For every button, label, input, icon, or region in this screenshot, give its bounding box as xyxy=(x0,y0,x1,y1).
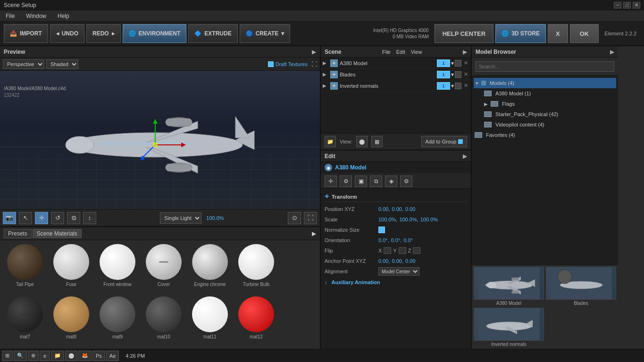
orient-z[interactable]: 0.0° xyxy=(404,237,413,243)
material-8[interactable]: mat8 xyxy=(50,296,92,345)
taskbar-ae[interactable]: Ae xyxy=(106,351,119,361)
scale-y[interactable]: 100.0%, xyxy=(399,217,418,222)
tree-dot-inverted[interactable] xyxy=(455,83,461,89)
extrude-button[interactable]: 🔷 EXTRUDE xyxy=(188,24,237,43)
browser-collapse[interactable]: ▶ xyxy=(610,49,614,55)
browser-item-a380[interactable]: A380 Model (1) xyxy=(474,88,616,99)
tree-close-blades[interactable]: ✕ xyxy=(462,71,469,77)
import-button[interactable]: 📥 IMPORT xyxy=(4,24,48,43)
scene-file-menu[interactable]: File xyxy=(382,49,391,55)
taskbar-cortana[interactable]: ⊕ xyxy=(28,351,39,361)
help-center-button[interactable]: HELP CENTER xyxy=(435,24,494,43)
tree-item-a380[interactable]: ▶ ✦ A380 Model 1 ▾ ✕ xyxy=(321,58,471,69)
move-button[interactable]: ✛ xyxy=(35,212,48,224)
browser-item-flags[interactable]: ▶ Flags xyxy=(474,99,616,109)
ok-button[interactable]: OK xyxy=(570,24,599,43)
3d-viewport[interactable]: /A380 Model/A380 Model.c4d 132422 xyxy=(0,71,320,209)
tree-item-inverted[interactable]: ▶ ✦ Inverted normals 1 ▾ ✕ xyxy=(321,80,471,92)
preview-collapse-button[interactable]: ▶ xyxy=(312,49,316,55)
anchor-y[interactable]: 0.00, xyxy=(392,258,403,264)
create-button[interactable]: 🔵 CREATE ▾ xyxy=(240,24,290,43)
taskbar-search[interactable]: 🔍 xyxy=(14,351,27,361)
select-button[interactable]: ↖ xyxy=(19,212,32,224)
menu-help[interactable]: Help xyxy=(56,12,71,20)
alignment-select[interactable]: Model Center xyxy=(378,267,419,276)
light-select[interactable]: Single Light xyxy=(160,212,201,224)
perspective-select[interactable]: Perspective xyxy=(3,59,44,69)
position-z[interactable]: 0.00 xyxy=(405,206,415,212)
tree-toggle-inverted[interactable]: 1 xyxy=(437,82,450,90)
menu-window[interactable]: Window xyxy=(24,12,48,20)
presets-collapse[interactable]: ▶ xyxy=(312,230,316,237)
store-button[interactable]: 🌐 3D STORE xyxy=(495,24,546,43)
tree-expand-btn-inverted[interactable]: ▾ xyxy=(451,83,454,89)
anchor-x[interactable]: 0.00, xyxy=(378,258,390,264)
undo-button[interactable]: ◂ UNDO xyxy=(50,24,84,43)
scale-x[interactable]: 100.0%, xyxy=(378,217,397,222)
taskbar-explorer[interactable]: 📁 xyxy=(51,351,64,361)
draft-checkbox[interactable] xyxy=(268,61,274,67)
scene-materials-tab[interactable]: Scene Materials xyxy=(33,229,82,238)
normalize-checkbox[interactable] xyxy=(378,227,385,233)
flip-x-checkbox[interactable] xyxy=(384,247,391,254)
taskbar-chrome[interactable]: ⬤ xyxy=(65,351,77,361)
sync-button[interactable]: ⊙ xyxy=(288,212,301,224)
tree-item-blades[interactable]: ▶ ✦ Blades 1 ▾ ✕ xyxy=(321,69,471,80)
shading-select[interactable]: Shaded xyxy=(46,59,78,69)
tree-toggle-blades[interactable]: 1 xyxy=(437,71,450,78)
edit-collapse[interactable]: ▶ xyxy=(463,153,467,160)
taskbar-ps[interactable]: Ps xyxy=(92,351,105,361)
scene-view-menu[interactable]: View xyxy=(411,49,422,55)
orient-y[interactable]: 0.0°, xyxy=(391,237,402,243)
tree-expand-inverted[interactable]: ▶ xyxy=(323,83,328,88)
taskbar-start[interactable]: ⊞ xyxy=(2,351,13,361)
add-group-button[interactable]: Add to Group xyxy=(421,136,467,147)
tree-dot-a380[interactable] xyxy=(455,60,461,67)
edit-group-tool[interactable]: ▣ xyxy=(355,176,367,187)
browser-item-models[interactable]: ▼ Models (4) xyxy=(474,78,616,88)
viewport-expand-button[interactable]: ⛶ xyxy=(311,61,317,67)
close-button[interactable]: ✕ xyxy=(633,2,640,8)
camera-button[interactable]: 📷 xyxy=(3,212,16,224)
environment-button[interactable]: 🌐 ENVIRONMENT xyxy=(123,24,187,43)
browser-expand-flags[interactable]: ▶ xyxy=(484,101,489,107)
material-tail-pipe[interactable]: Tail Pipe xyxy=(4,244,46,293)
maximize-button[interactable]: □ xyxy=(623,2,631,8)
position-x[interactable]: 0.00, xyxy=(378,206,390,212)
browser-item-favorites[interactable]: Favorites (4) xyxy=(474,130,616,140)
flip-y-checkbox[interactable] xyxy=(399,247,406,254)
material-engine-chrome[interactable]: Engine chrome xyxy=(189,244,231,293)
x-button[interactable]: X xyxy=(548,24,568,43)
presets-tab[interactable]: Presets xyxy=(4,229,32,238)
material-front-window[interactable]: Front window xyxy=(96,244,139,293)
tree-close-inverted[interactable]: ✕ xyxy=(462,83,469,89)
taskbar-ie[interactable]: e xyxy=(40,351,50,361)
material-9[interactable]: mat9 xyxy=(96,296,139,345)
view-grid-button[interactable]: ▦ xyxy=(371,136,383,147)
thumbnail-blades[interactable]: Blades xyxy=(546,267,616,306)
redo-button[interactable]: REDO ▸ xyxy=(86,24,121,43)
edit-link-tool[interactable]: ⧉ xyxy=(370,176,382,187)
thumbnail-a380[interactable]: A380 Model xyxy=(474,267,544,306)
add-scene-button[interactable]: 📁 xyxy=(325,136,336,147)
thumbnail-inverted[interactable]: Inverted normals xyxy=(474,308,544,347)
flip-z-checkbox[interactable] xyxy=(413,247,420,254)
material-10[interactable]: mat10 xyxy=(142,296,185,345)
browser-item-videopilot[interactable]: Videopilot content (4) xyxy=(474,119,616,130)
material-12[interactable]: mat12 xyxy=(235,296,277,345)
tree-close-a380[interactable]: ✕ xyxy=(462,60,469,66)
tree-expand-a380[interactable]: ▶ xyxy=(323,60,328,66)
browser-item-starter[interactable]: Starter_Pack_Physical (42) xyxy=(474,109,616,119)
material-turbine-bulb[interactable]: Turbine Bulb xyxy=(235,244,277,293)
tree-expand-blades[interactable]: ▶ xyxy=(323,72,328,77)
menu-file[interactable]: File xyxy=(4,12,17,20)
tree-expand-btn-blades[interactable]: ▾ xyxy=(451,71,454,78)
material-cover[interactable]: Cover xyxy=(142,244,185,293)
material-fuse[interactable]: Fuse xyxy=(50,244,92,293)
browser-search-input[interactable] xyxy=(476,61,614,72)
material-11[interactable]: mat11 xyxy=(189,296,231,345)
fullscreen-button[interactable]: ⛶ xyxy=(304,212,317,224)
edit-material-tool[interactable]: ◈ xyxy=(385,176,397,187)
view-circle-button[interactable]: ⬤ xyxy=(356,136,368,147)
edit-more-tool[interactable]: ⚙ xyxy=(400,176,412,187)
